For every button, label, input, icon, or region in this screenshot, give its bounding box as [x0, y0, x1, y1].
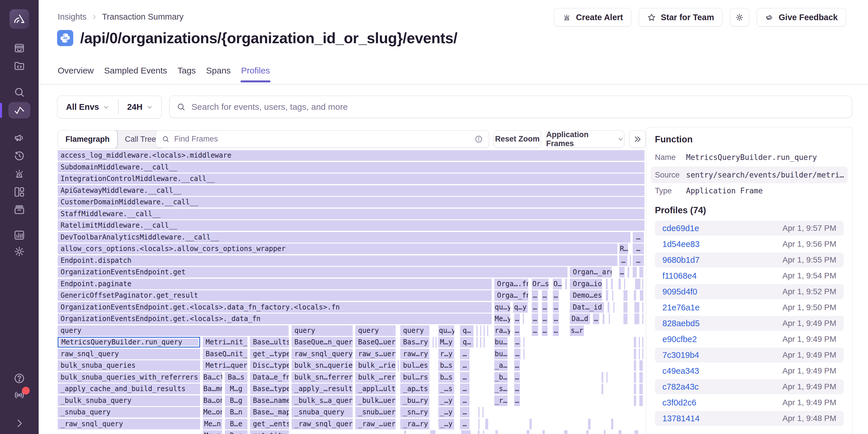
flame-frame[interactable]: Dat…_id [570, 302, 604, 313]
flame-frame[interactable]: … [461, 430, 471, 434]
flame-frame[interactable] [634, 290, 636, 301]
flame-frame[interactable] [642, 337, 643, 347]
flame-frame[interactable]: bu…s [494, 337, 508, 347]
flame-frame[interactable]: bulk_snuba_queries [58, 360, 200, 371]
flame-frame[interactable]: qu…y [438, 325, 454, 336]
flame-frame[interactable]: query [355, 325, 396, 336]
flame-frame[interactable]: q…y [513, 302, 528, 313]
flame-frame[interactable]: … [514, 349, 521, 359]
date-range-filter-button[interactable]: 24H [119, 96, 161, 118]
flame-frame[interactable]: bulk_…ries [355, 360, 396, 371]
flame-frame[interactable]: _a…s [494, 360, 508, 371]
flame-frame[interactable]: B…n [225, 407, 248, 418]
flame-frame[interactable]: Base…_map [250, 407, 289, 418]
flame-frame[interactable] [634, 337, 636, 347]
flame-frame[interactable]: ra…y [494, 325, 510, 336]
flame-frame[interactable] [433, 337, 434, 347]
flame-frame[interactable]: … [593, 313, 599, 324]
flame-frame[interactable] [480, 337, 481, 347]
profile-id-link[interactable]: c49ea343 [662, 366, 699, 376]
flame-frame[interactable]: IntegrationControlMiddleware.__call__ [58, 173, 645, 184]
flame-frame[interactable]: OrganizationEventsEndpoint.get.<locals>.… [58, 302, 492, 313]
flame-frame-selected[interactable]: MetricsQueryBuilder.run_query [58, 337, 200, 347]
flame-frame[interactable]: allow_cors_options.<locals>.allow_cors_o… [58, 243, 617, 254]
flame-frame[interactable] [588, 419, 590, 429]
profile-id-link[interactable]: c3f0d2c6 [662, 398, 696, 407]
flame-frame[interactable] [634, 349, 636, 359]
flame-frame[interactable]: … [460, 407, 469, 418]
flame-frame[interactable]: _s…y [494, 383, 508, 394]
flame-frame[interactable]: … [514, 372, 520, 383]
flame-frame[interactable] [495, 430, 498, 434]
dashboards-icon[interactable] [13, 186, 25, 198]
flame-frame[interactable]: GenericOffsetPaginator.get_result [58, 290, 492, 301]
flame-frame[interactable]: bulk_sn…ferrers [291, 372, 353, 383]
flame-frame[interactable]: Ba…ct [203, 372, 222, 383]
flame-frame[interactable]: Organ…_args [570, 267, 612, 277]
flame-frame[interactable]: Base…ults [250, 337, 289, 347]
flame-frame[interactable] [523, 313, 524, 324]
flame-frame[interactable] [623, 290, 627, 301]
flame-frame[interactable]: bul…es [400, 360, 430, 371]
flame-frame[interactable] [611, 419, 613, 429]
flame-frame[interactable]: _bu…ry [400, 395, 430, 406]
flame-frame[interactable]: … [619, 255, 627, 266]
flame-frame[interactable]: OrganizationEventsEndpoint.get [58, 267, 567, 277]
flame-frame[interactable]: bu…s [494, 349, 508, 359]
flame-frame[interactable]: … [514, 360, 520, 371]
flame-frame[interactable]: _bulk…uery [355, 395, 396, 406]
flame-frame[interactable]: _sn…ry [400, 407, 430, 418]
flame-frame[interactable]: s…r [570, 325, 584, 336]
explore-icon[interactable] [13, 60, 25, 72]
flame-frame[interactable]: query [291, 325, 353, 336]
flame-frame[interactable]: bulk_sn…queries [291, 360, 353, 371]
flame-frame[interactable]: Me…y [494, 313, 510, 324]
flame-frame[interactable]: … [633, 243, 644, 254]
flame-frame[interactable] [606, 290, 608, 301]
flame-frame[interactable]: B…e [225, 419, 248, 429]
flame-frame[interactable] [613, 302, 615, 313]
flame-frame[interactable] [642, 349, 643, 359]
flame-frame[interactable] [634, 395, 636, 406]
find-frames-input[interactable] [174, 134, 470, 144]
flame-frame[interactable] [624, 279, 625, 289]
flame-frame[interactable] [487, 325, 488, 336]
profile-id-link[interactable]: 9680b1d7 [662, 255, 700, 265]
flame-frame[interactable] [435, 337, 437, 347]
flame-frame[interactable]: … [542, 290, 548, 301]
flame-frame[interactable] [607, 372, 608, 383]
flame-frame[interactable]: Disc…type [250, 360, 289, 371]
flame-frame[interactable] [634, 302, 639, 313]
flame-frame[interactable]: … [542, 302, 548, 313]
profile-id-link[interactable]: 21e76a1e [662, 303, 700, 312]
flame-frame[interactable]: ApiGatewayMiddleware.__call__ [58, 185, 645, 196]
flame-frame[interactable]: _snuba_query [291, 407, 353, 418]
create-alert-button[interactable]: Create Alert [554, 8, 631, 27]
flame-frame[interactable] [623, 302, 627, 313]
flame-frame[interactable]: Me…n [203, 419, 222, 429]
flame-frame[interactable]: q… [460, 337, 473, 347]
flame-frame[interactable]: B…g [225, 395, 248, 406]
flame-frame[interactable]: _bulk_snuba_query [58, 395, 200, 406]
flame-frame[interactable]: … [514, 337, 521, 347]
view-option-flamegraph[interactable]: Flamegraph [58, 131, 117, 148]
profile-id-link[interactable]: 13781414 [662, 414, 700, 423]
flame-frame[interactable]: access_log_middleware.<locals>.middlewar… [58, 150, 645, 161]
flame-frame[interactable] [478, 419, 479, 429]
flame-frame[interactable]: … [460, 395, 469, 406]
flame-frame[interactable]: _apply_cache_and_build_results [58, 383, 200, 394]
flame-frame[interactable] [485, 419, 488, 429]
flame-frame[interactable]: … [460, 383, 469, 394]
flame-frame[interactable]: Demo…ess [570, 290, 602, 301]
alerts-siren-icon[interactable] [13, 168, 25, 180]
flame-frame[interactable] [527, 430, 529, 434]
flame-frame[interactable]: query [400, 325, 430, 336]
flame-frame[interactable]: Endpoint.paginate [58, 279, 492, 289]
flame-frame[interactable] [609, 313, 610, 324]
flame-frame[interactable] [639, 383, 643, 394]
tab-overview[interactable]: Overview [58, 66, 94, 78]
flame-frame[interactable]: … [553, 313, 559, 324]
flame-frame[interactable] [565, 279, 567, 289]
search-icon[interactable] [13, 86, 25, 98]
flame-frame[interactable] [601, 372, 603, 383]
